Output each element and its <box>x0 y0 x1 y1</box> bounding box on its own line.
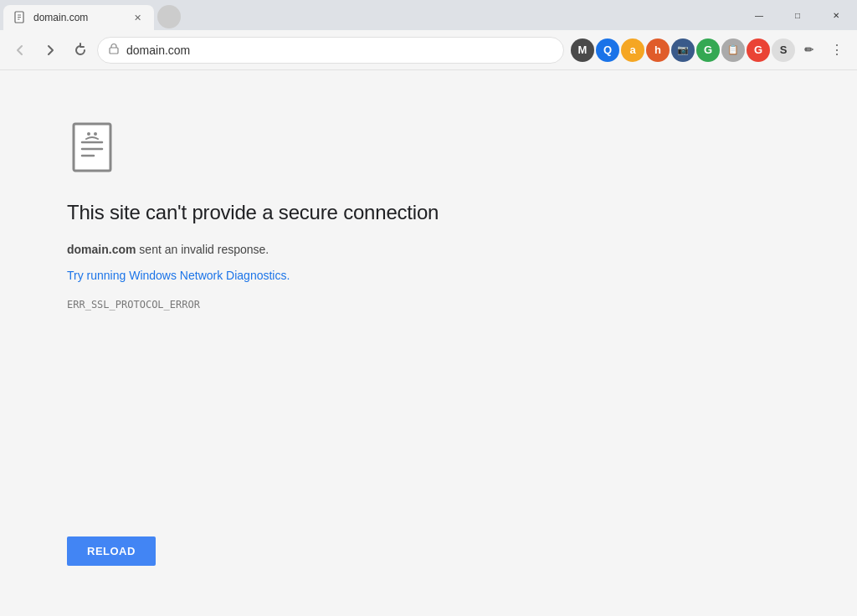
forward-button[interactable] <box>37 37 64 64</box>
svg-point-10 <box>94 132 97 136</box>
network-diagnostics-link[interactable]: Try running Windows Network Diagnostics. <box>67 269 290 282</box>
browser-window: domain.com ✕ — □ ✕ <box>0 0 857 616</box>
extension-ext-m[interactable]: M <box>571 38 594 62</box>
extension-ext-clip[interactable]: 📋 <box>721 38 745 62</box>
error-page: This site can't provide a secure connect… <box>0 70 857 616</box>
tab-close-button[interactable]: ✕ <box>131 11 144 24</box>
address-bar[interactable]: domain.com <box>97 37 564 64</box>
extension-ext-s[interactable]: S <box>772 38 795 62</box>
error-subtext: domain.com sent an invalid response. <box>67 241 269 259</box>
extension-ext-cam[interactable]: 📷 <box>671 38 695 62</box>
extension-ext-r[interactable]: G <box>747 38 770 62</box>
close-button[interactable]: ✕ <box>817 0 855 30</box>
error-heading: This site can't provide a secure connect… <box>67 201 439 224</box>
tab-favicon <box>13 11 27 24</box>
extensions-area: MQah📷G📋GS✏ <box>571 38 820 62</box>
extension-ext-a[interactable]: a <box>621 38 644 62</box>
extension-ext-pen[interactable]: ✏ <box>797 38 820 62</box>
svg-rect-5 <box>74 124 110 171</box>
svg-rect-4 <box>110 48 118 54</box>
titlebar: domain.com ✕ — □ ✕ <box>0 0 857 30</box>
extension-ext-h[interactable]: h <box>646 38 670 62</box>
lock-icon <box>108 43 120 57</box>
error-code: ERR_SSL_PROTOCOL_ERROR <box>67 299 200 311</box>
tab-area: domain.com ✕ <box>0 0 181 30</box>
toolbar: domain.com MQah📷G📋GS✏ ⋮ <box>0 30 857 70</box>
active-tab[interactable]: domain.com ✕ <box>3 5 154 30</box>
window-controls: — □ ✕ <box>740 0 857 30</box>
tab-title: domain.com <box>33 12 124 23</box>
chrome-menu-button[interactable]: ⋮ <box>824 37 850 64</box>
minimize-button[interactable]: — <box>740 0 778 30</box>
svg-point-9 <box>87 132 90 136</box>
extension-ext-g[interactable]: G <box>696 38 720 62</box>
error-subtext-suffix: sent an invalid response. <box>136 243 269 256</box>
error-icon <box>67 121 127 181</box>
new-tab-button[interactable] <box>157 5 181 28</box>
url-display: domain.com <box>126 44 553 57</box>
reload-page-button[interactable]: RELOAD <box>67 536 156 566</box>
reload-button[interactable] <box>67 37 94 64</box>
back-button[interactable] <box>7 37 33 64</box>
error-domain: domain.com <box>67 243 136 256</box>
extension-ext-q[interactable]: Q <box>596 38 619 62</box>
maximize-button[interactable]: □ <box>778 0 817 30</box>
